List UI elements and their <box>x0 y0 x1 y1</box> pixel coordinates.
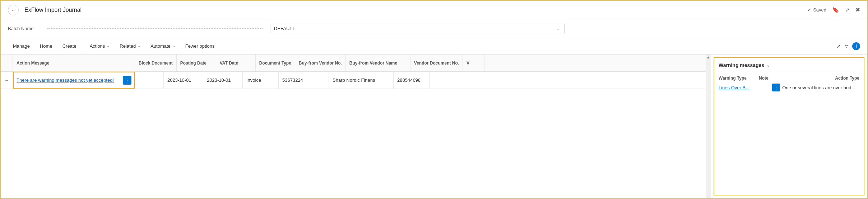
toolbar-item-related[interactable]: Related ⌄ <box>115 40 145 52</box>
warning-panel-title: Warning messages <box>719 62 764 68</box>
batch-dotted-line <box>47 28 263 29</box>
th-block-document: Block Document <box>135 55 177 71</box>
td-document-type: Invoice <box>243 72 279 89</box>
share-toolbar-icon[interactable]: ➚ <box>836 43 841 49</box>
th-vat-date: VAT Date <box>216 55 256 71</box>
th-arrow <box>1 55 13 71</box>
td-block-document <box>135 72 164 89</box>
batch-ellipsis-button[interactable]: ... <box>557 26 561 31</box>
toolbar-item-actions[interactable]: Actions ⌄ <box>85 40 115 52</box>
warning-note: One or several lines are over bud... <box>782 85 859 90</box>
toolbar-left: Manage Home Create Actions ⌄ Related ⌄ A… <box>8 40 219 52</box>
th-action-message: Action Message <box>13 55 135 71</box>
td-arrow: → <box>1 72 13 89</box>
action-message-context-menu-button[interactable]: ⋮ <box>123 76 131 85</box>
expand-icon[interactable]: ✖ <box>855 6 860 13</box>
warning-context-menu-button[interactable]: ⋮ <box>772 84 780 91</box>
td-action-message: There are warning messages not yet accep… <box>13 72 135 89</box>
toolbar-item-create[interactable]: Create <box>57 40 82 52</box>
automate-chevron-icon: ⌄ <box>172 44 175 48</box>
batch-label: Batch Name <box>8 26 40 31</box>
th-v: V <box>463 55 484 71</box>
batch-value-container[interactable]: DEFAULT ... <box>270 24 565 33</box>
toolbar-separator <box>83 42 83 51</box>
td-vat-date: 2023-10-01 <box>203 72 243 89</box>
toolbar-right: ➚ ▿ i <box>836 42 860 50</box>
toolbar: Manage Home Create Actions ⌄ Related ⌄ A… <box>1 38 867 55</box>
toolbar-item-home[interactable]: Home <box>35 40 57 52</box>
th-document-type: Document Type <box>256 55 295 71</box>
td-vendor-doc-no: 288544698 <box>394 72 430 89</box>
back-button[interactable]: ← <box>8 5 19 15</box>
scroll-bar[interactable]: ▲ <box>706 55 711 198</box>
table-row: → There are warning messages not yet acc… <box>1 72 706 89</box>
table-header: Action Message Block Document Posting Da… <box>1 55 706 72</box>
batch-value: DEFAULT <box>274 26 295 31</box>
info-button[interactable]: i <box>852 42 860 50</box>
warning-type-link[interactable]: Lines Over B... <box>719 85 770 90</box>
batch-name-row: Batch Name DEFAULT ... <box>1 19 867 38</box>
warning-panel-columns: Warning Type Note Action Type <box>719 76 859 81</box>
checkmark-icon: ✓ <box>807 7 811 13</box>
warning-panel-chevron-icon[interactable]: ⌄ <box>766 63 770 68</box>
top-bar-left: ← ExFlow Import Journal <box>8 5 82 15</box>
actions-chevron-icon: ⌄ <box>106 44 110 48</box>
table-container: Action Message Block Document Posting Da… <box>1 55 706 198</box>
td-v <box>430 72 451 89</box>
related-chevron-icon: ⌄ <box>137 44 140 48</box>
toolbar-item-manage[interactable]: Manage <box>8 40 35 52</box>
toolbar-item-fewer-options[interactable]: Fewer options <box>180 40 220 52</box>
toolbar-item-automate[interactable]: Automate ⌄ <box>145 40 180 52</box>
warning-row: Lines Over B... ⋮ One or several lines a… <box>719 84 859 91</box>
warning-col-note: Note <box>759 76 819 81</box>
warning-panel: Warning messages ⌄ Warning Type Note Act… <box>714 57 864 195</box>
warning-panel-header: Warning messages ⌄ <box>719 62 859 71</box>
td-buy-from-vendor-no: 53673224 <box>279 72 329 89</box>
page-title: ExFlow Import Journal <box>24 7 82 13</box>
top-bar-right: ✓ Saved 🔖 ➚ ✖ <box>807 6 860 13</box>
th-buy-vendor-name: Buy-from Vendor Name <box>346 55 410 71</box>
th-vendor-doc-no: Vendor Document No. <box>410 55 463 71</box>
td-buy-from-vendor-name: Sharp Nordic Finans <box>329 72 394 89</box>
filter-icon[interactable]: ▿ <box>845 43 848 49</box>
saved-status: ✓ Saved <box>807 7 826 13</box>
warning-col-type: Warning Type <box>719 76 759 81</box>
th-posting-date: Posting Date <box>177 55 216 71</box>
main-content: Action Message Block Document Posting Da… <box>1 55 867 198</box>
td-posting-date: 2023-10-01 <box>164 72 203 89</box>
scroll-up-arrow[interactable]: ▲ <box>706 55 710 59</box>
share-icon[interactable]: ➚ <box>845 6 850 13</box>
action-message-link[interactable]: There are warning messages not yet accep… <box>17 77 121 83</box>
warning-col-action: Action Type <box>819 76 859 81</box>
top-bar: ← ExFlow Import Journal ✓ Saved 🔖 ➚ ✖ <box>1 1 867 19</box>
th-buy-vendor-no: Buy-from Vendor No. <box>295 55 346 71</box>
bookmark-icon[interactable]: 🔖 <box>832 6 839 13</box>
